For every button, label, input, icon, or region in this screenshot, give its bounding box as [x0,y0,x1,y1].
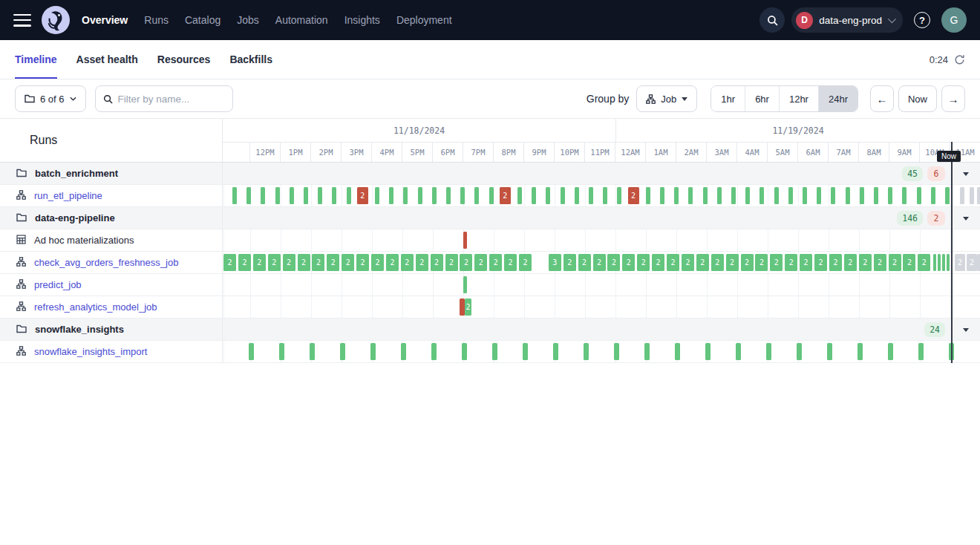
user-avatar[interactable]: G [941,7,967,33]
run-bar[interactable]: 2 [465,298,471,316]
nav-item-jobs[interactable]: Jobs [237,14,259,26]
run-bar[interactable] [888,343,893,360]
run-bar[interactable] [310,343,315,360]
run-bar[interactable]: 2 [356,254,369,271]
run-bar[interactable]: 2 [955,254,965,271]
run-bar[interactable] [246,187,251,204]
run-bar[interactable]: 2 [696,254,709,271]
run-bar[interactable] [403,187,408,204]
run-bar[interactable]: 2 [800,254,812,271]
run-bar[interactable]: 2 [298,254,310,271]
run-bar[interactable] [347,187,351,204]
run-bar[interactable] [561,187,565,204]
tab-asset-health[interactable]: Asset health [76,40,138,79]
run-bar[interactable]: 2 [431,254,443,271]
run-bar[interactable]: 2 [844,254,857,271]
nav-item-overview[interactable]: Overview [82,14,128,26]
help-icon[interactable]: ? [914,12,930,28]
run-bar[interactable] [933,254,936,271]
run-bar[interactable] [917,187,921,204]
run-bar[interactable]: 2 [814,254,827,271]
run-bar[interactable] [703,187,708,204]
workspace-switcher[interactable]: D data-eng-prod [791,7,903,33]
range-6hr-button[interactable]: 6hr [745,86,779,111]
run-bar[interactable]: 2 [445,254,458,271]
run-bar[interactable] [614,343,619,360]
run-bar[interactable] [474,187,479,204]
run-bar[interactable]: 2 [268,254,281,271]
now-button[interactable]: Now [898,85,937,112]
nav-item-runs[interactable]: Runs [144,14,169,26]
run-bar[interactable]: 2 [371,254,384,271]
run-bar[interactable]: 2 [401,254,414,271]
run-bar[interactable] [617,187,621,204]
run-bar[interactable] [418,187,422,204]
job-name-link[interactable]: snowflake_insights_import [34,346,147,357]
run-bar[interactable] [846,187,850,204]
run-bar[interactable] [375,187,379,204]
run-bar[interactable]: 2 [682,254,694,271]
run-bar[interactable] [370,343,376,360]
run-bar[interactable] [760,187,764,204]
run-bar[interactable] [888,187,892,204]
run-bar[interactable]: 2 [977,254,980,271]
run-bar[interactable] [827,343,832,360]
run-bar[interactable] [517,187,522,204]
run-bar[interactable] [858,343,863,360]
run-bar[interactable]: 2 [637,254,650,271]
run-bar[interactable] [249,343,254,360]
run-bar[interactable] [261,187,265,204]
job-name-link[interactable]: check_avg_orders_freshness_job [34,257,178,268]
run-bar[interactable] [774,187,779,204]
run-bar[interactable]: 2 [652,254,664,271]
run-bar[interactable] [736,343,741,360]
run-bar[interactable] [431,343,437,360]
run-bar[interactable] [340,343,345,360]
run-bar[interactable] [675,343,680,360]
run-bar[interactable]: 2 [386,254,399,271]
run-bar[interactable] [332,187,336,204]
run-bar[interactable]: 2 [327,254,339,271]
run-bar[interactable]: 2 [967,254,977,271]
run-bar[interactable] [977,187,980,204]
run-bar[interactable]: 2 [460,254,472,271]
run-bar[interactable]: 2 [519,254,532,271]
run-bar[interactable] [766,343,771,360]
run-bar[interactable]: 2 [342,254,354,271]
run-bar[interactable] [745,187,750,204]
run-bar[interactable] [492,343,497,360]
tab-timeline[interactable]: Timeline [15,40,57,79]
range-12hr-button[interactable]: 12hr [779,86,818,111]
run-bar[interactable]: 2 [416,254,428,271]
run-bar[interactable] [947,254,950,271]
run-bar[interactable] [460,187,465,204]
run-bar[interactable] [318,187,322,204]
run-bar[interactable] [232,187,237,204]
run-bar[interactable]: 2 [711,254,724,271]
run-bar[interactable] [938,254,941,271]
run-bar[interactable] [290,187,294,204]
run-bar[interactable] [817,187,821,204]
run-bar[interactable] [860,187,864,204]
run-bar[interactable] [918,343,924,360]
job-name-link[interactable]: predict_job [34,279,82,290]
nav-item-insights[interactable]: Insights [344,14,380,26]
run-bar[interactable]: 2 [312,254,324,271]
run-bar[interactable]: 2 [918,254,930,271]
run-bar[interactable] [660,187,664,204]
tab-resources[interactable]: Resources [157,40,211,79]
run-bar[interactable] [960,187,964,204]
run-bar[interactable] [275,187,280,204]
run-bar[interactable]: 2 [489,254,502,271]
run-bar[interactable] [584,343,589,360]
run-bar[interactable]: 2 [726,254,739,271]
run-bar[interactable] [646,187,650,204]
run-bar[interactable] [788,187,793,204]
run-bar[interactable] [803,187,807,204]
nav-item-catalog[interactable]: Catalog [185,14,220,26]
run-bar[interactable] [532,187,536,204]
group-by-dropdown[interactable]: Job [636,85,697,112]
run-bar[interactable] [389,187,393,204]
run-bar[interactable] [523,343,528,360]
run-bar[interactable] [717,187,722,204]
